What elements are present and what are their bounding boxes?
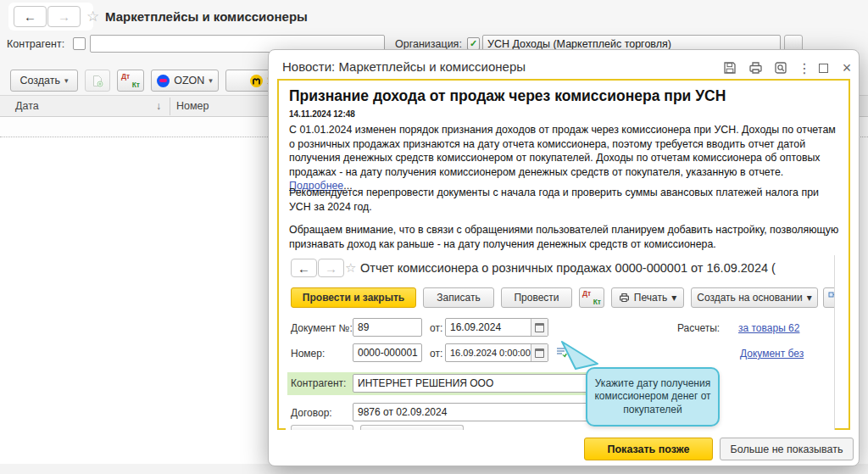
print-icon [619,293,630,303]
forward-icon: → [325,261,337,276]
shot-counterparty-input: ИНТЕРНЕТ РЕШЕНИЯ ООО [353,374,598,393]
maximize-icon[interactable] [815,59,832,76]
news-modal: Новости: Маркетплейсы и комиссионеры ⋮ ×… [268,49,860,466]
create-label: Создать [19,75,60,86]
news-paragraph-3: Обращаем внимание, что в связи с обращен… [289,223,840,251]
calc-goods-link: за товары 62 [738,322,799,334]
column-date[interactable]: Дата [15,100,39,112]
dtkt-postings-button[interactable]: Дт Кт [117,70,144,92]
caret-down-icon: ▾ [64,76,69,85]
preview-icon[interactable] [772,59,789,76]
related-documents-button [823,287,835,308]
create-button[interactable]: Создать ▾ [10,70,78,92]
news-heading: Признание дохода от продаж через комисси… [289,87,726,105]
ozon-button[interactable]: OZON ▾ [151,70,219,92]
doc-no-input: 89 [353,318,422,337]
news-content-box: Признание дохода от продаж через комисси… [277,79,850,430]
page-title: Маркетплейсы и комиссионеры [105,9,308,24]
show-later-button[interactable]: Показать позже [584,438,713,460]
column-number[interactable]: Номер [176,100,209,112]
number-label: Номер: [291,348,325,360]
post-and-close-button: Провести и закрыть [291,287,416,308]
partial-button [291,425,353,430]
ozon-label: OZON [174,75,204,86]
forward-button[interactable]: → [47,6,81,27]
ozon-icon [157,75,170,87]
more-menu-icon[interactable]: ⋮ [796,59,813,76]
organization-value: УСН Доходы (Маркетплейс торговля) [487,38,671,50]
back-icon: ← [24,9,36,24]
close-icon[interactable]: × [838,59,855,76]
number-datetime-input: 16.09.2024 0:00:00 [445,343,548,362]
shot-back-button: ← [291,259,317,277]
date-hint-tooltip: Укажите дату получения комиссионером ден… [586,367,720,427]
number-input: 0000-000001 [353,343,422,362]
print-button: Печать ▾ [611,287,684,308]
yandex-market-icon [250,75,263,87]
write-button: Записать [423,287,494,308]
calculations-label: Расчеты: [677,322,720,334]
check-icon: ✓ [470,38,477,49]
caret-down-icon: ▾ [209,76,213,85]
organization-checkbox[interactable]: ✓ [467,37,480,50]
back-icon: ← [298,261,310,276]
forward-icon: → [58,9,70,24]
organization-label: Организация: [395,38,462,50]
caret-down-icon: ▾ [807,292,812,304]
calendar-icon [531,344,548,361]
doc-date-input: 16.09.2024 [445,318,548,337]
caret-down-icon: ▾ [671,292,676,304]
dtkt-icon: Дт Кт [121,73,140,88]
back-button[interactable]: ← [14,6,47,27]
modal-title: Новости: Маркетплейсы и комиссионеры [282,59,526,74]
contract-input: 9876 от 02.09.2024 [353,403,598,421]
document-link: Документ без [740,348,804,360]
dont-show-again-button[interactable]: Больше не показывать [720,438,854,460]
create-based-on-button: Создать на основании ▾ [691,287,818,308]
contract-label: Договор: [291,407,332,419]
calendar-icon [531,319,548,336]
counterparty-checkbox[interactable] [73,37,86,50]
column-divider[interactable] [170,98,170,115]
favorite-star-icon[interactable]: ☆ [86,8,99,25]
print-icon[interactable] [747,59,764,76]
doc-no-label: Документ №: [291,322,353,334]
copy-document-button[interactable] [85,70,110,92]
dtkt-icon: ДтКт [582,290,601,305]
save-icon[interactable] [721,59,738,76]
shot-forward-button: → [318,259,344,277]
structure-icon [828,292,835,304]
post-button: Провести [501,287,572,308]
shot-counterparty-label: Контрагент: [291,377,346,389]
from-label: от: [430,348,442,360]
news-timestamp: 14.11.2024 12:48 [289,109,355,119]
from-label: от: [430,322,442,334]
tooltip-tail [557,340,601,371]
counterparty-label: Контрагент: [7,38,64,50]
copy-document-icon [92,75,103,87]
shot-document-title: Отчет комиссионера о розничных продажах … [360,261,776,275]
partial-button [360,425,464,430]
shot-favorite-star-icon: ☆ [345,260,356,276]
shot-dtkt-button: ДтКт [579,287,604,308]
sort-descending-icon: ↓ [156,100,161,112]
news-paragraph-1: С 01.01.2024 изменен порядок признания д… [289,123,840,193]
news-paragraph-2: Рекомендуется перепровести документы с н… [289,186,840,214]
